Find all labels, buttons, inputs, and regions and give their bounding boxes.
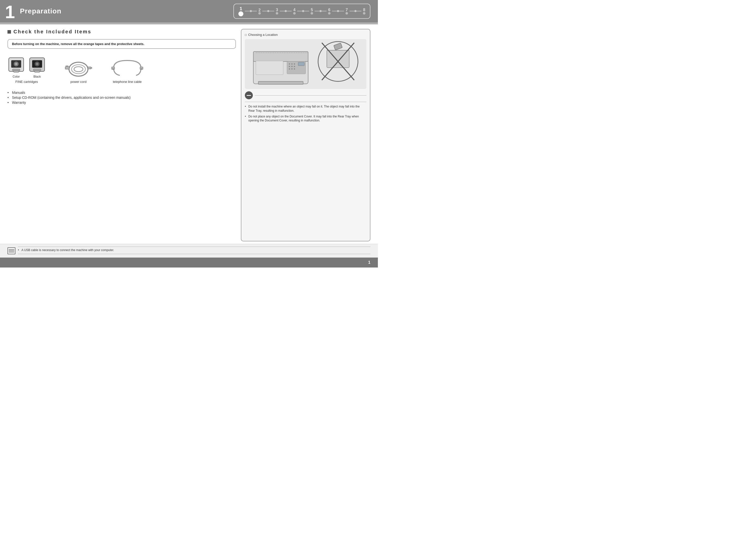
step-8-number: 8 — [363, 8, 365, 12]
location-title-text: Choosing a Location — [248, 33, 278, 37]
header: 1 Preparation 1 2 — [0, 0, 378, 22]
items-row: Color Black — [8, 54, 236, 85]
footer: 1 — [0, 258, 378, 268]
svg-point-14 — [74, 67, 83, 72]
svg-rect-37 — [298, 62, 304, 66]
svg-rect-17 — [67, 66, 68, 67]
cartridges-sub-row: Color Black — [8, 55, 46, 78]
section-title: Check the Included Items — [14, 29, 91, 35]
svg-rect-25 — [253, 51, 308, 62]
svg-rect-16 — [66, 66, 67, 67]
black-cartridge-label: Black — [33, 75, 41, 78]
svg-point-36 — [294, 69, 295, 70]
warning-text: Before turning on the machine, remove al… — [12, 42, 144, 46]
location-bullet-1: Do not install the machine where an obje… — [245, 104, 366, 113]
note-book-icon — [8, 247, 15, 254]
divider — [245, 102, 366, 102]
included-items-list: Manuals Setup CD-ROM (containing the dri… — [8, 91, 236, 105]
list-item-cdrom: Setup CD-ROM (containing the drivers, ap… — [8, 96, 236, 99]
svg-point-3 — [15, 63, 17, 65]
svg-rect-5 — [14, 71, 19, 72]
svg-rect-23 — [141, 69, 142, 69]
step-4-number: 4 — [293, 8, 296, 12]
location-bullets-list: Do not install the machine where an obje… — [245, 104, 366, 124]
heading-square-icon — [8, 30, 11, 34]
phone-cable-icon — [111, 58, 143, 78]
no-entry-icon — [245, 91, 253, 99]
step-3-number: 3 — [276, 8, 278, 12]
svg-point-31 — [289, 66, 290, 67]
step-indicator: 1 2 3 — [233, 4, 370, 19]
black-cartridge-icon — [28, 55, 46, 74]
chapter-number: 1 — [5, 3, 15, 21]
chapter-title: Preparation — [20, 7, 62, 15]
note-text: A USB cable is necessary to connect the … — [18, 248, 370, 252]
note-section: A USB cable is necessary to connect the … — [18, 247, 370, 255]
step-5-number: 5 — [311, 8, 313, 12]
phone-cable-label: telephone line cable — [113, 80, 142, 84]
svg-point-33 — [294, 66, 295, 67]
svg-rect-15 — [65, 67, 69, 69]
step-6-number: 6 — [328, 8, 331, 12]
step-2-dot — [258, 12, 261, 15]
svg-rect-11 — [35, 71, 40, 72]
svg-rect-19 — [91, 68, 92, 69]
svg-point-35 — [291, 69, 293, 70]
warning-box: Before turning on the machine, remove al… — [8, 39, 236, 49]
svg-rect-26 — [258, 81, 303, 84]
svg-rect-10 — [33, 69, 41, 71]
bottom-note-area: A USB cable is necessary to connect the … — [0, 244, 378, 258]
fine-cartridges-label: FINE cartridges — [15, 80, 38, 84]
step-2-number: 2 — [258, 8, 261, 12]
note-bottom-divider — [18, 254, 370, 254]
color-cartridge-icon — [8, 55, 25, 74]
left-column: Check the Included Items Before turning … — [8, 29, 236, 241]
step-7-number: 7 — [346, 8, 348, 12]
phone-cable-item: telephone line cable — [111, 58, 143, 84]
svg-point-29 — [291, 64, 293, 65]
svg-rect-38 — [256, 61, 283, 75]
svg-rect-4 — [13, 69, 20, 71]
svg-point-34 — [289, 69, 290, 70]
svg-point-32 — [291, 66, 293, 67]
section-heading: Check the Included Items — [8, 29, 236, 35]
svg-point-28 — [289, 64, 290, 65]
power-cord-label: power cord — [71, 80, 86, 84]
power-cord-icon — [65, 58, 92, 78]
list-item-manuals: Manuals — [8, 91, 236, 95]
printer-illustration-area — [245, 39, 366, 89]
right-column: Choosing a Location — [241, 29, 370, 241]
main-content: Check the Included Items Before turning … — [0, 24, 378, 244]
location-warning-area — [245, 91, 366, 99]
black-cartridge-item: Black — [28, 55, 46, 78]
svg-point-30 — [294, 64, 295, 65]
svg-rect-21 — [112, 69, 114, 69]
svg-point-13 — [72, 65, 85, 74]
color-cartridge-label: Color — [13, 75, 20, 78]
step-1-number: 1 — [240, 6, 242, 12]
color-cartridge-item: Color — [8, 55, 25, 78]
page-number: 1 — [368, 260, 370, 265]
step-line-1 — [245, 10, 257, 12]
warning-divider — [255, 95, 366, 96]
power-cord-item: power cord — [65, 58, 92, 84]
svg-rect-18 — [88, 67, 91, 69]
location-bullet-2: Do not place any object on the Document … — [245, 114, 366, 123]
sub-header-bar — [0, 22, 378, 24]
list-item-warranty: Warranty — [8, 100, 236, 104]
printer-svg — [245, 39, 366, 89]
svg-point-9 — [36, 63, 38, 65]
step-1-dot — [238, 11, 243, 16]
fine-cartridges-group: Color Black — [8, 55, 46, 84]
location-title: Choosing a Location — [245, 33, 366, 37]
